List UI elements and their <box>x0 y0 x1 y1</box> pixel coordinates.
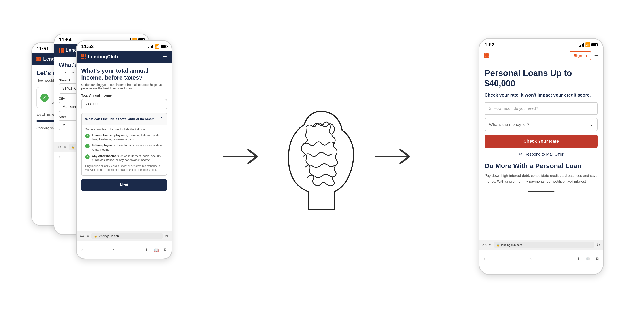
right-phone-menu-icon[interactable]: ☰ <box>594 53 598 59</box>
phone3-share-icon[interactable]: ⬆ <box>145 248 148 252</box>
right-phone: 1:52 📶 <box>478 38 604 275</box>
right-arrow-svg <box>371 145 416 168</box>
left-phone-stack: 11:51 📶 <box>31 34 156 280</box>
mail-offer-link[interactable]: ✉ Respond to Mail Offer <box>484 152 598 157</box>
right-phone-battery-icon <box>592 43 598 46</box>
right-phone-wifi-icon: 📶 <box>585 42 590 47</box>
dollar-sign-icon: $ <box>489 106 491 111</box>
phone3-wifi-icon: 📶 <box>154 44 160 49</box>
phone3-income-item-1: ✓ Income from employment, including full… <box>85 133 163 141</box>
phone3-logo-grid <box>81 54 86 59</box>
phone3-income-input[interactable] <box>81 99 167 109</box>
phone3-lock-icon: 🔒 <box>94 234 97 238</box>
right-bookmark-icon[interactable]: 📖 <box>586 256 590 261</box>
main-container: 11:51 📶 <box>0 0 644 313</box>
phone3-accordion: What can I include as total annual incom… <box>81 113 167 176</box>
phone3-nav-icons: ⬆ 📖 ⧉ <box>145 248 167 252</box>
phone3-forward-arrow[interactable]: › <box>113 247 115 252</box>
right-forward-arrow[interactable]: › <box>530 256 532 261</box>
right-phone-time: 1:52 <box>484 42 494 48</box>
phone3-income-item-2: ✓ Self-employment, including any busines… <box>85 144 163 152</box>
phone3-nav: LendingClub ☰ <box>77 51 172 63</box>
phone3-accordion-question: What can I include as total annual incom… <box>85 117 154 121</box>
right-browser-nav: ‹ › ⬆ 📖 ⧉ <box>479 254 603 263</box>
phone3-status-bar: 11:52 📶 <box>77 41 172 51</box>
phone1-check-icon: ✓ <box>40 94 48 102</box>
left-arrow-svg <box>219 145 264 168</box>
phone3-accordion-toggle-icon: ⌃ <box>160 116 163 122</box>
right-phone-logo: LendingClub <box>484 53 520 59</box>
right-share-icon[interactable]: ⬆ <box>577 256 580 261</box>
right-phone-signal <box>579 43 584 46</box>
sign-in-button[interactable]: Sign In <box>570 51 591 60</box>
right-translate-icon: ⊕ <box>489 243 492 247</box>
loan-purpose-select[interactable]: What's the money for? ⌄ <box>484 118 598 131</box>
right-nav-icons: ⬆ 📖 ⧉ <box>577 256 598 261</box>
phone3-note: Only include alimony, child support, or … <box>85 164 163 172</box>
loan-amount-placeholder: How much do you need? <box>494 106 538 111</box>
right-phone-status-right: 📶 <box>579 42 598 47</box>
loan-amount-input-wrapper[interactable]: $ How much do you need? <box>484 102 598 115</box>
right-phone-container: 1:52 📶 <box>478 34 613 280</box>
phone3-check-2: ✓ <box>85 144 90 148</box>
phone3-subtitle: Understanding your total income from all… <box>81 83 167 90</box>
chevron-down-icon: ⌄ <box>590 122 593 127</box>
arrows-brain-row <box>183 89 452 224</box>
phone3-content: What's your total annual income, before … <box>77 63 172 196</box>
right-phone-status: 1:52 📶 <box>479 39 603 49</box>
phone3-back-arrow[interactable]: ‹ <box>81 247 83 252</box>
phone3-title: What's your total annual income, before … <box>81 67 167 81</box>
phone2-aa-btn[interactable]: AA <box>58 145 62 149</box>
phone3-logo: LendingClub <box>81 54 118 60</box>
hero-subtitle: Check your rate. It won't impact your cr… <box>484 92 598 98</box>
hero-title: Personal Loans Up to $40,000 <box>484 68 598 88</box>
check-rate-button[interactable]: Check Your Rate <box>484 134 598 148</box>
do-more-text: Pay down high-interest debt, consolidate… <box>484 173 598 184</box>
right-reload-icon[interactable]: ↻ <box>596 242 600 248</box>
phone3-income-label: Total Annual Income <box>81 94 167 97</box>
phone-3: 11:52 📶 <box>76 40 172 259</box>
phone2-translate-icon: ⊕ <box>64 145 67 149</box>
right-lock-icon: 🔒 <box>496 244 500 246</box>
phone3-browser-bar: AA ⊕ 🔒 lendingclub.com ↻ <box>77 231 172 241</box>
phone3-time: 11:52 <box>81 44 94 50</box>
phone2-time: 11:54 <box>59 37 71 43</box>
right-aa-btn[interactable]: AA <box>482 243 486 246</box>
phone3-tabs-icon[interactable]: ⧉ <box>164 248 167 252</box>
right-nav-actions: Sign In ☰ <box>570 51 598 60</box>
phone2-back-arrow[interactable]: ‹ <box>59 154 60 159</box>
phone3-item-text-1: Income from employment, including full-t… <box>92 133 163 141</box>
right-browser-bar: AA ⊕ 🔒 lendingclub.com ↻ <box>479 240 603 250</box>
phone3-item-text-2: Self-employment, including any business … <box>92 144 163 152</box>
right-url-text: lendingclub.com <box>501 243 522 246</box>
phone3-next-button[interactable]: Next <box>81 179 167 191</box>
do-more-title: Do More With a Personal Loan <box>484 162 598 170</box>
mail-offer-label: Respond to Mail Offer <box>524 152 564 157</box>
phone3-menu-icon[interactable]: ☰ <box>162 54 167 60</box>
right-url-bar[interactable]: 🔒 lendingclub.com <box>494 242 594 248</box>
right-tabs-icon[interactable]: ⧉ <box>596 256 598 261</box>
phone2-logo-grid <box>59 48 64 52</box>
right-home-bar <box>528 192 554 192</box>
phone3-reload-icon[interactable]: ↻ <box>165 234 168 238</box>
phone3-url-bar[interactable]: 🔒 lendingclub.com <box>91 233 163 239</box>
phone3-signal <box>148 45 153 48</box>
phone3-url-text: lendingclub.com <box>98 234 120 238</box>
right-back-arrow[interactable]: ‹ <box>484 256 485 261</box>
middle-section <box>183 56 452 257</box>
lc-logo-grid <box>36 56 41 62</box>
phone3-accordion-intro: Some examples of income include the foll… <box>85 128 163 131</box>
phone3-accordion-header[interactable]: What can I include as total annual incom… <box>82 113 166 124</box>
phone3-check-1: ✓ <box>85 134 90 138</box>
phone3-translate-icon: ⊕ <box>86 234 89 238</box>
phone3-income-item-3: ✓ Any other income such as retirement, s… <box>85 154 163 162</box>
brain-svg <box>264 89 371 223</box>
phone3-aa-btn[interactable]: AA <box>80 234 84 238</box>
phone3-battery-icon <box>161 45 167 48</box>
phone3-bookmark-icon[interactable]: 📖 <box>154 248 159 252</box>
phone3-status-right: 📶 <box>148 44 167 49</box>
right-logo-grid <box>484 54 488 58</box>
phone3-browser-nav: ‹ › ⬆ 📖 ⧉ <box>77 245 172 254</box>
phone2-lock-icon: 🔒 <box>72 146 75 149</box>
right-phone-content: Personal Loans Up to $40,000 Check your … <box>479 63 603 190</box>
